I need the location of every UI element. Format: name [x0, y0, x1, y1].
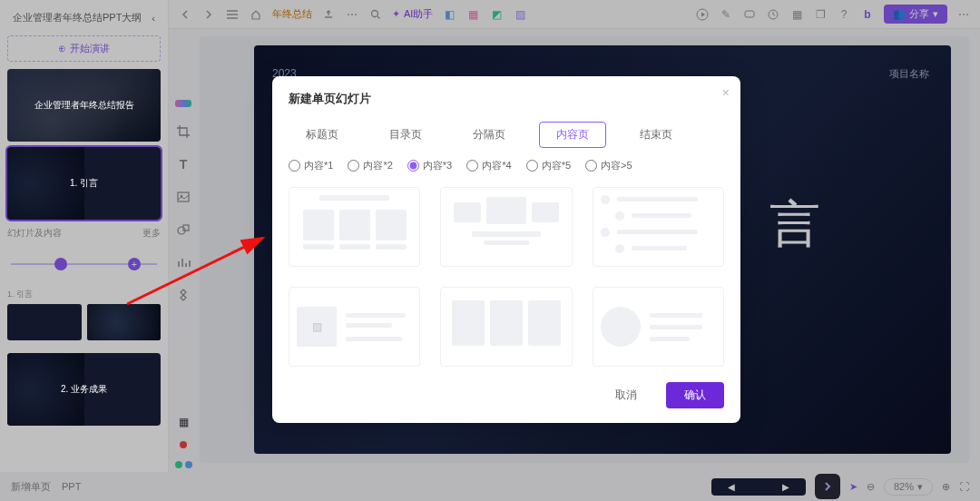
tab-title-page[interactable]: 标题页	[289, 122, 356, 148]
new-slide-modal: 新建单页幻灯片 × 标题页 目录页 分隔页 内容页 结束页 内容*1 内容*2 …	[272, 76, 740, 423]
template-3[interactable]	[593, 187, 724, 267]
close-icon[interactable]: ×	[722, 85, 730, 100]
tab-end-page[interactable]: 结束页	[622, 122, 690, 148]
template-6[interactable]	[593, 287, 724, 367]
tab-content-page[interactable]: 内容页	[539, 122, 606, 148]
template-2[interactable]	[440, 187, 572, 267]
tab-divider-page[interactable]: 分隔页	[456, 122, 523, 148]
template-1[interactable]	[289, 187, 420, 267]
radio-content-gt5[interactable]: 内容>5	[585, 159, 632, 172]
tab-toc-page[interactable]: 目录页	[372, 122, 439, 148]
radio-content-1[interactable]: 内容*1	[289, 159, 333, 172]
radio-content-2[interactable]: 内容*2	[348, 159, 392, 172]
modal-tabs: 标题页 目录页 分隔页 内容页 结束页	[289, 122, 724, 148]
template-5[interactable]	[440, 287, 572, 367]
confirm-button[interactable]: 确认	[666, 382, 724, 408]
radio-content-5[interactable]: 内容*5	[526, 159, 571, 172]
cancel-button[interactable]: 取消	[597, 382, 655, 408]
template-4[interactable]: ▨	[289, 287, 420, 367]
radio-content-3[interactable]: 内容*3	[407, 159, 452, 172]
modal-actions: 取消 确认	[289, 375, 724, 408]
cover-title: 企业管理者年终总结报告	[34, 99, 134, 112]
template-grid: ▨	[289, 187, 724, 375]
slide2-label: 2. 业务成果	[61, 383, 107, 396]
slide1-label: 1. 引言	[70, 177, 98, 190]
content-count-radios: 内容*1 内容*2 内容*3 内容*4 内容*5 内容>5	[289, 159, 724, 172]
radio-content-4[interactable]: 内容*4	[466, 159, 511, 172]
modal-title: 新建单页幻灯片	[289, 91, 724, 107]
